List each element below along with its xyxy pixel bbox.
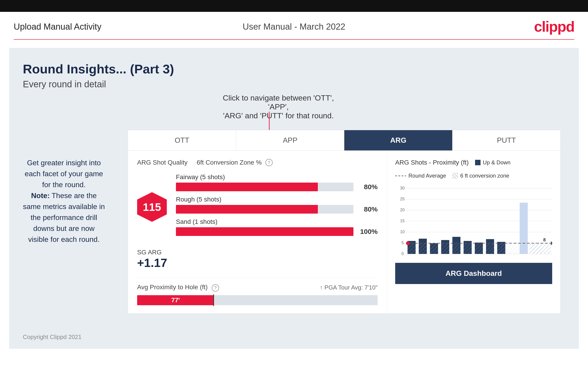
bar-track-rough — [176, 205, 354, 214]
right-panel-header: ARG Shots - Proximity (ft) Up & Down Rou… — [395, 159, 552, 179]
section-subtitle: Every round in detail — [23, 79, 565, 89]
section-title: Round Insights... (Part 3) — [23, 62, 565, 76]
chart-area: 0 5 10 15 20 25 30 — [395, 184, 552, 257]
svg-text:20: 20 — [400, 208, 405, 212]
help-icon[interactable]: ? — [265, 159, 273, 166]
left-description: Get greater insight into each facet of y… — [23, 157, 105, 245]
header: Upload Manual Activity User Manual - Mar… — [0, 12, 588, 39]
document-title: User Manual - March 2022 — [243, 22, 346, 32]
left-panel: ARG Shot Quality 6ft Conversion Zone % ?… — [128, 151, 387, 313]
bar-pct-fairway: 80% — [357, 183, 378, 191]
right-panel: ARG Shots - Proximity (ft) Up & Down Rou… — [387, 151, 560, 313]
svg-text:8: 8 — [543, 237, 546, 242]
main-content: Round Insights... (Part 3) Every round i… — [9, 48, 579, 349]
bar-row-sand: Sand (1 shots) 100% — [176, 218, 378, 236]
svg-text:10: 10 — [400, 230, 405, 234]
bar-label-rough: Rough (5 shots) — [176, 196, 378, 203]
tab-arg[interactable]: ARG — [344, 130, 452, 150]
proximity-help-icon[interactable]: ? — [212, 284, 219, 292]
proximity-cursor — [213, 294, 214, 306]
conversion-label: 6ft Conversion Zone % — [197, 159, 262, 166]
tabs-row: OTT APP ARG PUTT — [128, 130, 560, 151]
top-bar — [0, 0, 588, 12]
tab-ott[interactable]: OTT — [128, 130, 236, 150]
legend-conversion: 6 ft conversion zone — [452, 173, 509, 179]
bar-fill-fairway — [176, 183, 318, 191]
hexagon-badge: 115 — [137, 190, 167, 224]
hex-value: 115 — [137, 192, 167, 222]
sg-section: SG ARG +1.17 — [137, 249, 378, 270]
legend-round-avg-label: Round Average — [408, 173, 446, 179]
proximity-bar-fill: 77' — [137, 295, 214, 305]
page-title: Upload Manual Activity — [14, 22, 101, 32]
bar-wrapper-sand: 100% — [176, 227, 378, 236]
bar-row-fairway: Fairway (5 shots) 80% — [176, 174, 378, 191]
legend-square-icon — [475, 160, 481, 165]
bar-wrapper-rough: 80% — [176, 205, 378, 214]
panel-header: ARG Shot Quality 6ft Conversion Zone % ? — [137, 159, 378, 166]
bar-row-rough: Rough (5 shots) 80% — [176, 196, 378, 214]
tab-app[interactable]: APP — [236, 130, 344, 150]
bar-fill-rough — [176, 205, 318, 214]
bar-track-fairway — [176, 183, 354, 191]
footer: Copyright Clippd 2021 — [23, 334, 81, 341]
bar-wrapper-fairway: 80% — [176, 183, 378, 191]
sg-value: +1.17 — [137, 256, 378, 270]
legend-up-down: Up & Down — [475, 159, 510, 166]
proximity-label: Avg Proximity to Hole (ft) ? — [137, 284, 219, 292]
legend-up-down-label: Up & Down — [483, 159, 510, 166]
svg-text:0: 0 — [402, 251, 404, 256]
legend-round-avg: Round Average — [395, 173, 446, 179]
proximity-section: Avg Proximity to Hole (ft) ? ↑ PGA Tour … — [137, 278, 378, 305]
legend-hatch-icon — [452, 173, 458, 178]
chart-svg: 0 5 10 15 20 25 30 — [395, 184, 552, 257]
svg-rect-29 — [406, 243, 542, 254]
card-body: ARG Shot Quality 6ft Conversion Zone % ?… — [128, 151, 560, 313]
svg-marker-32 — [551, 241, 552, 245]
pga-avg: ↑ PGA Tour Avg: 7'10" — [320, 284, 378, 291]
sg-label: SG ARG — [137, 249, 378, 256]
bar-pct-sand: 100% — [357, 228, 378, 235]
shot-quality-label: ARG Shot Quality — [137, 159, 188, 166]
bar-pct-rough: 80% — [357, 205, 378, 213]
hex-container: 115 Fairway (5 shots) 80% — [137, 174, 378, 241]
arg-dashboard-button[interactable]: ARG Dashboard — [395, 263, 552, 284]
legend-dashed-icon — [395, 175, 406, 176]
bar-label-sand: Sand (1 shots) — [176, 218, 378, 225]
legend-conversion-label: 6 ft conversion zone — [460, 173, 509, 179]
svg-text:30: 30 — [400, 186, 405, 190]
bar-track-sand — [176, 227, 354, 236]
tab-putt[interactable]: PUTT — [452, 130, 560, 150]
proximity-header: Avg Proximity to Hole (ft) ? ↑ PGA Tour … — [137, 284, 378, 292]
dashboard-card: OTT APP ARG PUTT ARG Shot Quality 6ft Co… — [128, 130, 561, 314]
header-divider — [14, 39, 574, 40]
svg-point-31 — [406, 242, 410, 245]
bar-fill-sand — [176, 227, 354, 236]
svg-text:25: 25 — [400, 197, 405, 201]
logo: clippd — [534, 18, 574, 35]
proximity-bar-track: 77' — [137, 295, 378, 305]
svg-text:15: 15 — [400, 219, 405, 223]
chart-title: ARG Shots - Proximity (ft) — [395, 159, 469, 166]
svg-text:5: 5 — [402, 241, 404, 245]
shot-quality-bars: Fairway (5 shots) 80% Rough (5 shots) — [176, 174, 378, 241]
bar-label-fairway: Fairway (5 shots) — [176, 174, 378, 181]
